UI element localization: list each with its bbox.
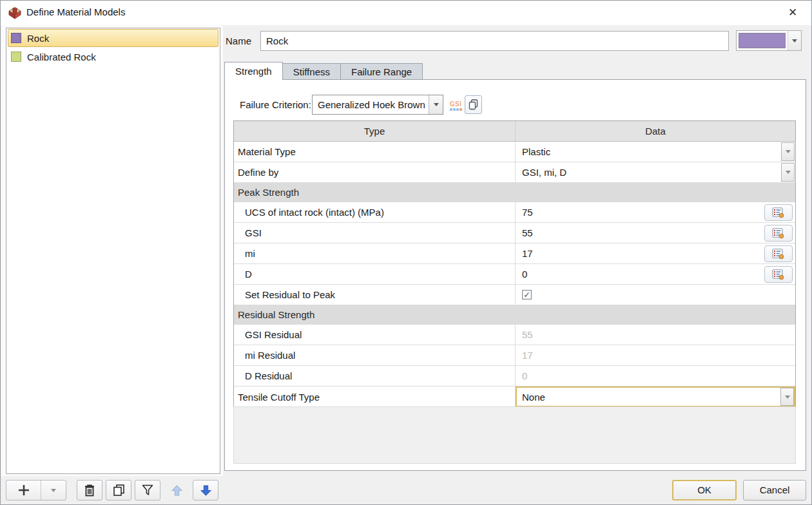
property-type-label: Set Residual to Peak	[234, 285, 516, 305]
property-type-label: GSI	[234, 223, 516, 243]
property-data-value: 0	[522, 370, 527, 381]
property-type-label: D	[234, 264, 516, 284]
property-data-cell: 17	[516, 345, 795, 365]
copy-material-button[interactable]	[106, 480, 131, 500]
property-data-value: GSI, mi, D	[522, 167, 566, 178]
property-type-label: mi Residual	[234, 345, 516, 365]
gsi-icon: GSI	[450, 100, 462, 108]
property-type-label: UCS of intact rock (intact) (MPa)	[234, 202, 516, 222]
property-type-label: mi	[234, 243, 516, 263]
section-header-peak-strength: Peak Strength	[234, 183, 795, 202]
table-row-tensile-cutoff-type: Tensile Cutoff TypeNone	[234, 386, 795, 407]
table-row-material-type: Material TypePlastic	[234, 142, 795, 162]
property-table-header: Type Data	[234, 121, 795, 142]
statistics-icon	[772, 207, 785, 218]
table-row-mi: mi17	[234, 243, 795, 264]
property-data-cell[interactable]: 55	[516, 223, 795, 243]
property-data-cell[interactable]: 0	[516, 264, 795, 284]
chevron-down-icon	[786, 171, 791, 174]
property-data-value: None	[522, 392, 545, 403]
property-type-label: GSI Residual	[234, 325, 516, 345]
property-type-label: Material Type	[234, 142, 516, 162]
property-table-body: Material TypePlasticDefine byGSI, mi, DP…	[234, 142, 795, 407]
chevron-down-icon	[786, 150, 791, 153]
material-name-input[interactable]	[260, 31, 729, 51]
close-icon[interactable]: ✕	[784, 5, 801, 21]
material-color-swatch-wrap	[737, 31, 788, 50]
material-color-picker[interactable]	[736, 30, 802, 51]
dropdown-arrow-button[interactable]	[780, 388, 794, 406]
move-down-button[interactable]	[193, 480, 218, 500]
dialog-title: Define Material Models	[26, 6, 125, 17]
filter-icon	[141, 484, 154, 497]
tab-strip: StrengthStiffnessFailure Range	[224, 62, 423, 80]
gsi-chart-button[interactable]: GSI	[447, 97, 465, 114]
dropdown-arrow-button[interactable]	[781, 142, 795, 161]
chevron-down-icon	[792, 39, 797, 43]
property-data-cell: 0	[516, 366, 795, 386]
table-row-define-by: Define byGSI, mi, D	[234, 162, 795, 183]
property-data-cell[interactable]: Plastic	[516, 142, 795, 162]
chevron-down-icon	[429, 95, 443, 114]
name-label: Name	[226, 35, 251, 46]
add-material-button-main[interactable]	[6, 481, 41, 500]
column-header-data: Data	[516, 121, 795, 141]
app-icon	[8, 6, 21, 19]
statistics-icon	[772, 249, 785, 260]
table-row-ucs-of-intact-rock-intact-mpa-: UCS of intact rock (intact) (MPa)75	[234, 202, 795, 223]
move-up-button	[164, 480, 189, 500]
statistics-button[interactable]	[764, 266, 793, 283]
property-type-label: D Residual	[234, 366, 516, 386]
property-data-value: 55	[522, 329, 533, 340]
material-name-label: Calibrated Rock	[27, 52, 96, 62]
statistics-button[interactable]	[764, 225, 793, 242]
material-list-item-calibrated-rock[interactable]: Calibrated Rock	[8, 48, 218, 66]
tab-failure-range[interactable]: Failure Range	[341, 63, 423, 80]
table-row-mi-residual: mi Residual17	[234, 345, 795, 366]
statistics-button[interactable]	[764, 204, 793, 221]
arrow-up-icon	[171, 484, 183, 497]
materials-list: RockCalibrated Rock	[6, 28, 220, 474]
column-header-type: Type	[234, 121, 516, 141]
duplicate-icon	[113, 484, 125, 497]
materials-toolbar	[6, 480, 218, 500]
property-data-cell[interactable]: 17	[516, 243, 795, 263]
property-data-cell[interactable]: ✓	[516, 285, 795, 305]
table-row-d: D0	[234, 264, 795, 285]
tab-strength[interactable]: Strength	[224, 62, 283, 80]
delete-material-button[interactable]	[77, 480, 102, 500]
chevron-down-icon	[785, 395, 790, 399]
copy-criterion-button[interactable]	[465, 95, 482, 114]
arrow-down-icon	[200, 484, 212, 497]
dropdown-arrow-button[interactable]	[781, 163, 795, 182]
failure-criterion-label: Failure Criterion:	[240, 99, 311, 110]
table-row-gsi: GSI55	[234, 223, 795, 243]
add-material-button-dropdown[interactable]	[41, 481, 66, 500]
statistics-button[interactable]	[764, 245, 793, 262]
failure-criterion-select[interactable]: Generalized Hoek Brown	[312, 95, 443, 115]
residual-to-peak-checkbox[interactable]: ✓	[522, 290, 532, 300]
section-header-residual-strength: Residual Strength	[234, 305, 795, 325]
material-color-swatch	[11, 33, 21, 43]
define-material-models-dialog: Define Material Models ✕ RockCalibrated …	[0, 0, 812, 505]
property-data-value: 17	[522, 350, 533, 361]
statistics-icon	[772, 269, 785, 280]
property-data-value: Plastic	[522, 146, 550, 157]
material-list-item-rock[interactable]: Rock	[8, 29, 218, 47]
material-name-label: Rock	[27, 33, 49, 44]
property-data-value: 75	[522, 207, 533, 218]
property-data-cell[interactable]: 75	[516, 202, 795, 222]
table-row-set-residual-to-peak: Set Residual to Peak✓	[234, 285, 795, 305]
filter-materials-button[interactable]	[135, 480, 160, 500]
tab-stiffness[interactable]: Stiffness	[283, 63, 341, 80]
property-data-cell[interactable]: None	[516, 386, 795, 407]
ok-button[interactable]: OK	[672, 480, 737, 500]
add-material-button[interactable]	[6, 480, 66, 500]
table-filler-area	[233, 406, 796, 464]
property-type-label: Define by	[234, 162, 516, 182]
property-data-cell[interactable]: GSI, mi, D	[516, 162, 795, 182]
failure-criterion-value: Generalized Hoek Brown	[313, 95, 429, 114]
cancel-button[interactable]: Cancel	[743, 480, 806, 500]
material-color-swatch	[11, 52, 21, 62]
material-color-dropdown[interactable]	[788, 31, 801, 50]
